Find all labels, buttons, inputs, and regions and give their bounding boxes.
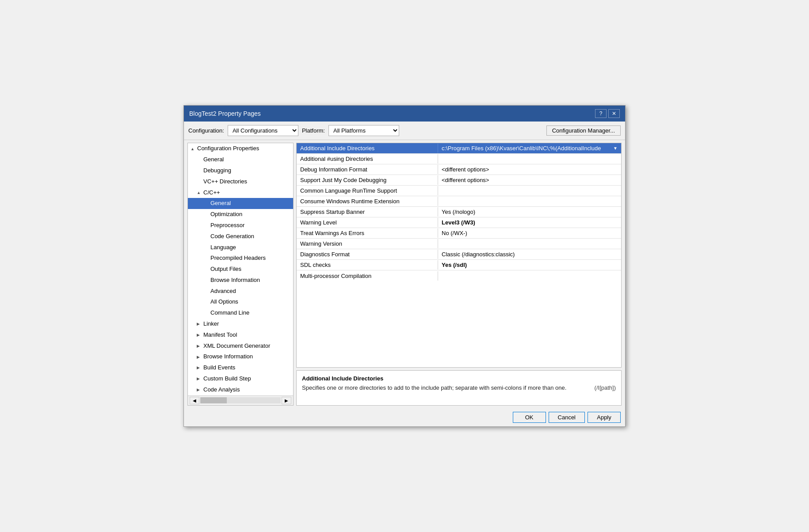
tree-item-cpp[interactable]: ▲ C/C++ [188,187,293,198]
title-bar-buttons: ? ✕ [595,109,620,118]
tree-item-cpp-adv[interactable]: Advanced [188,286,293,297]
prop-row-treat-warnings[interactable]: Treat Warnings As Errors No (/WX-) [297,228,621,239]
prop-value-clr-support[interactable] [438,190,621,192]
tree-item-linker[interactable]: ▶ Linker [188,319,293,330]
prop-value-warning-version[interactable] [438,243,621,245]
prop-value-debug-info-fmt[interactable]: <different options> [438,165,621,174]
tree-label-cpp-lang: Language [210,243,236,252]
prop-value-add-using-dirs[interactable] [438,158,621,160]
config-select[interactable]: All Configurations [228,125,298,136]
dropdown-icon-add-inc-dirs[interactable]: ▼ [613,146,618,151]
tree-item-cpp-general[interactable]: General [188,198,293,209]
prop-value-text-debug-info-fmt: <different options> [442,166,489,173]
tree-item-cpp-allopts[interactable]: All Options [188,296,293,308]
prop-value-warning-level[interactable]: Level3 (/W3) [438,218,621,227]
prop-row-sdl-checks[interactable]: SDL checks Yes (/sdl) [297,260,621,270]
tree-item-cpp-opt[interactable]: Optimization [188,209,293,220]
prop-row-multi-proc[interactable]: Multi-processor Compilation [297,270,621,281]
prop-value-text-add-inc-dirs: c:\Program Files (x86)\Kvaser\Canlib\INC… [442,145,601,152]
tree-item-cpp-lang[interactable]: Language [188,242,293,253]
tree-item-cpp-pch[interactable]: Precompiled Headers [188,253,293,264]
prop-value-text-warning-level: Level3 (/W3) [442,219,475,226]
scroll-left-arrow[interactable]: ◀ [190,397,199,404]
prop-value-multi-proc[interactable] [438,274,621,277]
scroll-track[interactable] [200,397,281,403]
prop-name-diag-format: Diagnostics Format [297,250,438,259]
tree-item-manifest[interactable]: ▶ Manifest Tool [188,330,293,341]
apply-button[interactable]: Apply [588,412,621,423]
tree-label-custom-build: Custom Build Step [203,374,251,384]
desc-panel: Additional Include Directories Specifies… [296,370,622,406]
ok-button[interactable]: OK [513,412,546,423]
tree-item-build-events[interactable]: ▶ Build Events [188,362,293,373]
prop-name-warning-version: Warning Version [297,239,438,248]
desc-flag: (/I[path]) [595,384,616,391]
prop-row-support-jmc[interactable]: Support Just My Code Debugging <differen… [297,175,621,186]
scroll-thumb[interactable] [200,397,227,403]
platform-label: Platform: [302,127,325,134]
prop-row-clr-support[interactable]: Common Language RunTime Support [297,186,621,196]
prop-value-consume-winrt[interactable] [438,200,621,203]
config-label: Configuration: [188,127,224,134]
prop-row-consume-winrt[interactable]: Consume Windows Runtime Extension [297,196,621,207]
prop-row-debug-info-fmt[interactable]: Debug Information Format <different opti… [297,164,621,175]
prop-row-warning-version[interactable]: Warning Version [297,239,621,249]
tree-item-cpp-codegen[interactable]: Code Generation [188,231,293,242]
prop-row-add-using-dirs[interactable]: Additional #using Directories [297,154,621,164]
prop-grid: Additional Include Directories c:\Progra… [296,143,622,367]
tree-item-cpp-out[interactable]: Output Files [188,264,293,275]
prop-value-add-inc-dirs[interactable]: c:\Program Files (x86)\Kvaser\Canlib\INC… [438,144,621,153]
prop-value-treat-warnings[interactable]: No (/WX-) [438,228,621,238]
dialog-title: BlogTest2 Property Pages [189,110,261,117]
prop-value-text-diag-format: Classic (/diagnostics:classic) [442,251,515,258]
scroll-right-arrow[interactable]: ▶ [282,397,291,404]
prop-name-multi-proc: Multi-processor Compilation [297,271,438,281]
prop-value-text-treat-warnings: No (/WX-) [442,230,467,236]
prop-row-diag-format[interactable]: Diagnostics Format Classic (/diagnostics… [297,249,621,260]
prop-value-text-support-jmc: <different options> [442,177,489,183]
tree-item-general[interactable]: General [188,154,293,165]
tree-item-cpp-browse[interactable]: Browse Information [188,275,293,286]
property-pages-dialog: BlogTest2 Property Pages ? ✕ Configurati… [183,105,626,426]
platform-select[interactable]: All Platforms [328,125,399,136]
tree-label-manifest: Manifest Tool [203,331,237,340]
prop-row-warning-level[interactable]: Warning Level Level3 (/W3) [297,217,621,228]
tree-label-xml-gen: XML Document Generator [203,342,270,351]
tree-item-cpp-pre[interactable]: Preprocessor [188,220,293,231]
prop-value-sdl-checks[interactable]: Yes (/sdl) [438,260,621,270]
tree-item-custom-build[interactable]: ▶ Custom Build Step [188,373,293,384]
prop-value-suppress-banner[interactable]: Yes (/nologo) [438,207,621,217]
prop-value-support-jmc[interactable]: <different options> [438,175,621,185]
help-button[interactable]: ? [595,109,607,118]
desc-text: Specifies one or more directories to add… [302,384,616,391]
tree-item-debugging[interactable]: Debugging [188,165,293,176]
tree-label-cpp-out: Output Files [210,265,241,274]
tree-label-cpp-opt: Optimization [210,210,242,219]
tree-label-cpp-adv: Advanced [210,287,236,296]
tree-label-cpp-general: General [210,199,231,208]
tree-item-xml-gen[interactable]: ▶ XML Document Generator [188,341,293,352]
tree-item-cpp-cmdline[interactable]: Command Line [188,308,293,319]
title-bar: BlogTest2 Property Pages ? ✕ [184,106,625,122]
tree-label-cpp-codegen: Code Generation [210,232,254,241]
tree-item-browse-info[interactable]: ▶ Browse Information [188,351,293,362]
tree-item-config-props[interactable]: ▲ Configuration Properties [188,143,293,154]
expand-icon-build-events: ▶ [197,365,202,371]
config-manager-button[interactable]: Configuration Manager... [546,125,621,136]
tree-label-cpp-cmdline: Command Line [210,308,249,318]
tree-item-vc-dirs[interactable]: VC++ Directories [188,176,293,187]
tree-label-cpp: C/C++ [203,188,220,198]
prop-row-suppress-banner[interactable]: Suppress Startup Banner Yes (/nologo) [297,207,621,217]
prop-row-add-inc-dirs[interactable]: Additional Include Directories c:\Progra… [297,143,621,154]
prop-name-treat-warnings: Treat Warnings As Errors [297,228,438,238]
tree-label-cpp-browse: Browse Information [210,276,260,285]
expand-icon-browse-info: ▶ [197,354,202,360]
cancel-button[interactable]: Cancel [549,412,585,423]
tree-panel: ▲ Configuration Properties General Debug… [187,143,294,405]
tree-scrollbar[interactable]: ◀ ▶ [188,395,293,405]
close-button[interactable]: ✕ [608,109,620,118]
tree-label-cpp-pch: Precompiled Headers [210,254,266,263]
expand-icon-cpp: ▲ [197,190,202,196]
tree-item-code-analysis[interactable]: ▶ Code Analysis [188,384,293,395]
prop-value-diag-format[interactable]: Classic (/diagnostics:classic) [438,250,621,259]
